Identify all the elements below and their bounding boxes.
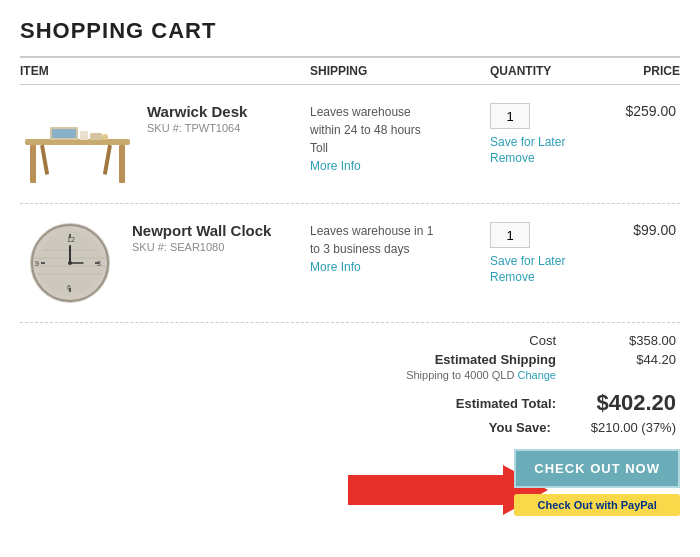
item-cell: Warwick Desk SKU #: TPWT1064 [20, 99, 310, 189]
more-info-link-1[interactable]: More Info [310, 159, 361, 173]
item-sku: SKU #: TPWT1064 [147, 122, 247, 134]
item-details-2: Newport Wall Clock SKU #: SEAR1080 [132, 218, 271, 253]
item-sku-2: SKU #: SEAR1080 [132, 241, 271, 253]
item-details: Warwick Desk SKU #: TPWT1064 [147, 99, 247, 134]
page-title: SHOPPING CART [20, 18, 680, 44]
quantity-input-1[interactable] [490, 103, 530, 129]
cart-header: ITEM SHIPPING QUANTITY PRICE [20, 56, 680, 85]
col-item: ITEM [20, 64, 310, 78]
svg-rect-7 [80, 131, 88, 140]
svg-text:6: 6 [67, 284, 71, 291]
cost-row: Cost $358.00 [336, 333, 676, 348]
svg-rect-8 [90, 133, 102, 140]
paypal-button[interactable]: Check Out with PayPal [514, 494, 680, 516]
checkout-area: CHECK OUT NOW Check Out with PayPal [20, 449, 680, 516]
svg-rect-6 [52, 129, 76, 138]
svg-text:3: 3 [97, 260, 101, 267]
total-row: Estimated Total: $402.20 [336, 390, 676, 416]
qty-links-2: Save for Later Remove [490, 254, 565, 284]
col-price: PRICE [610, 64, 680, 78]
change-link[interactable]: Change [517, 369, 556, 381]
table-row: Warwick Desk SKU #: TPWT1064 Leaves ware… [20, 85, 680, 204]
table-row: 12 6 9 3 Newport Wall Clock SKU #: SEAR1… [20, 204, 680, 323]
shipping-cell-2: Leaves warehouse in 1 to 3 business days… [310, 218, 490, 276]
desk-image [20, 99, 135, 189]
svg-text:9: 9 [35, 260, 39, 267]
save-later-link-1[interactable]: Save for Later [490, 135, 565, 149]
col-quantity: QUANTITY [490, 64, 610, 78]
shipping-sublabel: Shipping to 4000 QLD Change [406, 369, 556, 381]
shipping-cell: Leaves warehouse within 24 to 48 hours T… [310, 99, 490, 175]
shipping-label: Estimated Shipping Shipping to 4000 QLD … [406, 352, 556, 382]
remove-link-1[interactable]: Remove [490, 151, 565, 165]
save-value: $210.00 (37%) [591, 420, 676, 435]
svg-point-27 [68, 261, 72, 265]
quantity-cell-2: Save for Later Remove [490, 218, 610, 284]
svg-rect-0 [25, 139, 130, 145]
cost-value: $358.00 [596, 333, 676, 348]
price-cell-1: $259.00 [610, 99, 680, 119]
svg-rect-2 [119, 145, 125, 183]
qty-links-1: Save for Later Remove [490, 135, 565, 165]
quantity-cell-1: Save for Later Remove [490, 99, 610, 165]
quantity-input-2[interactable] [490, 222, 530, 248]
col-shipping: SHIPPING [310, 64, 490, 78]
clock-image: 12 6 9 3 [20, 218, 120, 308]
item-name-2: Newport Wall Clock [132, 222, 271, 239]
cost-label: Cost [529, 333, 556, 348]
total-value: $402.20 [596, 390, 676, 416]
svg-rect-3 [40, 145, 49, 175]
item-cell-2: 12 6 9 3 Newport Wall Clock SKU #: SEAR1… [20, 218, 310, 308]
svg-rect-1 [30, 145, 36, 183]
summary-section: Cost $358.00 Estimated Shipping Shipping… [20, 333, 680, 435]
svg-point-9 [102, 134, 108, 140]
page-container: SHOPPING CART ITEM SHIPPING QUANTITY PRI… [0, 0, 700, 536]
total-label: Estimated Total: [456, 396, 556, 411]
save-later-link-2[interactable]: Save for Later [490, 254, 565, 268]
shipping-row: Estimated Shipping Shipping to 4000 QLD … [336, 352, 676, 382]
save-label: You Save: [489, 420, 551, 435]
bottom-buttons: CHECK OUT NOW Check Out with PayPal [514, 449, 680, 516]
save-row: You Save: $210.00 (37%) [336, 420, 676, 435]
checkout-button[interactable]: CHECK OUT NOW [514, 449, 680, 488]
svg-text:12: 12 [67, 236, 75, 243]
shipping-value: $44.20 [596, 352, 676, 382]
svg-rect-4 [103, 145, 112, 175]
price-cell-2: $99.00 [610, 218, 680, 238]
more-info-link-2[interactable]: More Info [310, 260, 361, 274]
item-name: Warwick Desk [147, 103, 247, 120]
remove-link-2[interactable]: Remove [490, 270, 565, 284]
